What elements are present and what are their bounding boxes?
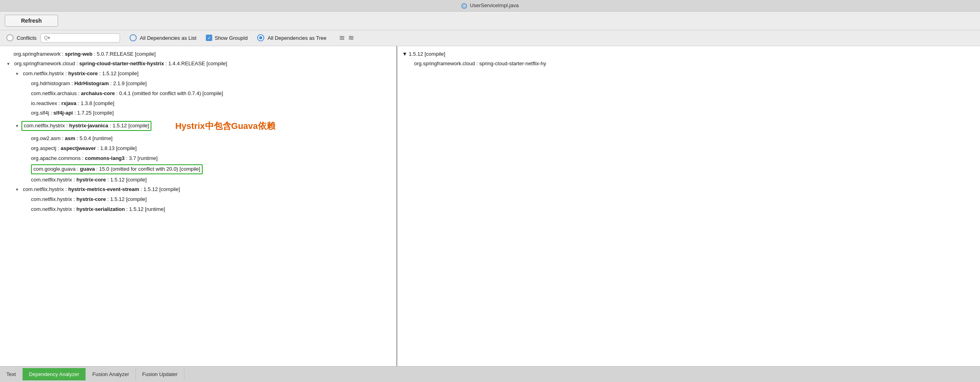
right-panel-sub-text: org.springframework.cloud : spring-cloud… [414,60,546,66]
search-icon: Q▾ [44,35,50,41]
tree-row[interactable]: com.netflix.hystrix : hystrix-core : 1.5… [3,69,393,79]
right-panel-arrow: ▼ [402,51,409,57]
tab-text[interactable]: Text [0,368,23,380]
options-bar: Conflicts Q▾ All Dependencies as List ✓ … [0,30,980,46]
highlighted-item-guava: com.google.guava : guava : 15.0 (omitted… [31,164,203,174]
conflicts-radio[interactable]: Conflicts [6,34,37,41]
show-groupid-check-icon: ✓ [206,35,212,41]
right-panel-header-row: ▼ 1.5.12 [compile] [402,49,975,59]
conflicts-label: Conflicts [17,35,37,41]
tree-row[interactable]: com.netflix.archaius : archaius-core : 0… [3,89,393,99]
arrow-down-icon [15,186,21,192]
all-deps-tree-radio-circle [257,34,264,41]
search-box[interactable]: Q▾ [41,33,120,43]
title-bar: c UserServiceImpl.java [0,0,980,12]
search-input[interactable] [52,35,115,41]
arrow-down-icon [15,70,21,76]
sort-asc-icon[interactable]: ≊ [339,33,345,42]
tab-dependency-analyzer[interactable]: Dependency Analyzer [23,368,86,380]
tree-row[interactable]: com.google.guava : guava : 15.0 (omitted… [3,164,393,175]
main-content: org.springframework : spring-web : 5.0.7… [0,46,980,366]
tree-row[interactable]: org.hdrhistogram : HdrHistogram : 2.1.9 … [3,79,393,89]
show-groupid-label: Show GroupId [215,35,248,41]
left-panel[interactable]: org.springframework : spring-web : 5.0.7… [0,46,397,366]
right-panel-header: 1.5.12 [compile] [409,51,445,57]
tree-row[interactable]: org.aspectj : aspectjweaver : 1.8.13 [co… [3,144,393,154]
toolbar: Refresh [0,12,980,30]
arrow-down-icon [6,60,13,66]
title-filename: UserServiceImpl.java [470,2,519,8]
bottom-tabs: Text Dependency Analyzer Fusion Analyzer… [0,366,980,382]
tree-row[interactable]: org.ow2.asm : asm : 5.0.4 [runtime] [3,134,393,144]
tree-row[interactable]: com.netflix.hystrix : hystrix-core : 1.5… [3,195,393,205]
right-panel-content: ▼ 1.5.12 [compile] org.springframework.c… [397,48,980,71]
all-deps-list-radio[interactable]: All Dependencies as List [130,34,196,41]
dependency-tree: org.springframework : spring-web : 5.0.7… [0,48,396,216]
refresh-button[interactable]: Refresh [5,15,58,27]
tab-fusion-analyzer[interactable]: Fusion Analyzer [86,368,136,380]
right-panel-sub-row: org.springframework.cloud : spring-cloud… [402,59,975,69]
tree-row[interactable]: org.springframework : spring-web : 5.0.7… [3,49,393,59]
all-deps-list-radio-circle [130,34,137,41]
sort-desc-icon[interactable]: ≋ [348,33,354,42]
tree-row[interactable]: com.netflix.hystrix : hystrix-metrics-ev… [3,185,393,195]
all-deps-list-label: All Dependencies as List [140,35,196,41]
tab-fusion-updater[interactable]: Fusion Updater [136,368,184,380]
highlighted-item-javanica: com.netflix.hystrix : hystrix-javanica :… [21,121,151,131]
tree-row[interactable]: org.slf4j : slf4j-api : 1.7.25 [compile] [3,108,393,118]
sort-icons: ≊ ≋ [339,33,354,42]
tree-row[interactable]: io.reactivex : rxjava : 1.3.8 [compile] [3,99,393,109]
annotation-text: Hystrix中包含Guava依赖 [175,119,275,133]
file-icon: c [461,3,467,9]
tree-row[interactable]: com.netflix.hystrix : hystrix-serializat… [3,205,393,214]
right-panel[interactable]: ▼ 1.5.12 [compile] org.springframework.c… [397,46,980,366]
arrow-down-icon [15,122,21,130]
tree-row[interactable]: com.netflix.hystrix : hystrix-core : 1.5… [3,175,393,185]
conflicts-radio-circle [6,34,14,41]
all-deps-tree-radio[interactable]: All Dependencies as Tree [257,34,326,41]
tree-row[interactable]: com.netflix.hystrix : hystrix-javanica :… [3,118,393,134]
tree-row[interactable]: org.apache.commons : commons-lang3 : 3.7… [3,154,393,164]
tree-row[interactable]: org.springframework.cloud : spring-cloud… [3,59,393,69]
all-deps-tree-label: All Dependencies as Tree [267,35,326,41]
show-groupid-checkbox[interactable]: ✓ Show GroupId [206,35,248,41]
